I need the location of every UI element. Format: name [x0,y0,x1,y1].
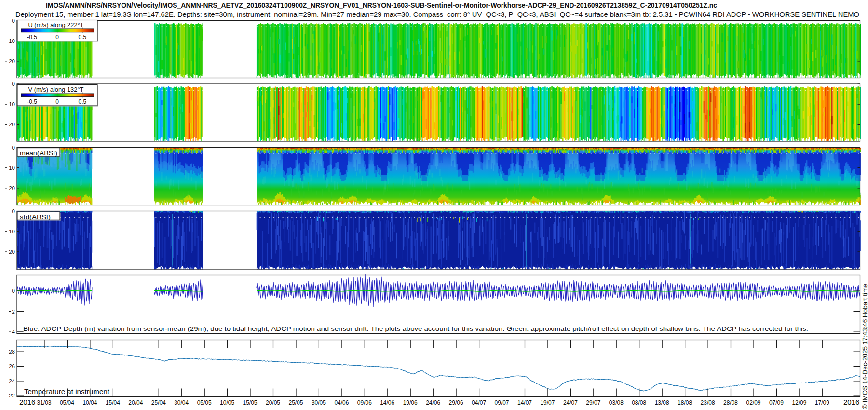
svg-text:20: 20 [9,185,15,191]
svg-text:05/04: 05/04 [60,399,74,406]
svg-text:0: 0 [12,81,15,87]
svg-text:10/05: 10/05 [220,399,234,406]
svg-text:0: 0 [12,288,15,294]
svg-text:20: 20 [9,58,15,64]
svg-text:30/04: 30/04 [174,399,189,406]
svg-text:13/08: 13/08 [655,399,669,406]
svg-text:0.5: 0.5 [78,98,86,105]
svg-text:10: 10 [9,229,15,234]
svg-text:30/05: 30/05 [312,399,326,406]
svg-text:0: 0 [55,34,59,41]
svg-text:26: 26 [9,363,15,369]
svg-text:0: 0 [55,98,59,105]
svg-text:15/04: 15/04 [106,399,120,406]
svg-text:Deployment 15, member 1 lat=19: Deployment 15, member 1 lat=19.3S lon=14… [15,11,859,18]
svg-text:23/08: 23/08 [701,399,715,406]
svg-text:2016: 2016 [19,398,35,406]
svg-text:02/09: 02/09 [746,399,760,406]
svg-text:V (m/s) along 132°T: V (m/s) along 132°T [28,86,84,93]
svg-text:2: 2 [12,309,15,314]
svg-text:-0.5: -0.5 [27,98,37,105]
svg-text:0: 0 [12,145,15,150]
svg-text:24: 24 [9,378,15,384]
svg-text:25/04: 25/04 [151,399,166,406]
svg-text:20: 20 [9,122,15,127]
svg-text:22: 22 [9,393,15,398]
svg-text:Temperature at instrument: Temperature at instrument [24,388,109,396]
svg-text:Blue: ADCP Depth (m) variation: Blue: ADCP Depth (m) variation from sens… [23,325,808,332]
svg-text:04/07: 04/07 [472,399,486,406]
svg-text:24/06: 24/06 [426,399,440,406]
svg-text:-0.5: -0.5 [27,34,37,41]
svg-text:0: 0 [12,18,15,24]
svg-text:29/07: 29/07 [586,399,600,406]
svg-text:2016: 2016 [843,398,859,406]
svg-text:std(ABSI): std(ABSI) [20,213,51,220]
svg-text:14/06: 14/06 [380,399,394,406]
svg-text:20: 20 [9,249,15,255]
svg-text:IMOS/ANMN/NRS/NRSYON/Velocity/: IMOS/ANMN/NRS/NRSYON/Velocity/IMOS_ANMN-… [46,1,717,9]
svg-text:19/07: 19/07 [540,399,555,406]
svg-text:07/09: 07/09 [769,399,784,406]
svg-text:10: 10 [9,101,15,107]
svg-text:31/03: 31/03 [37,399,51,406]
svg-text:10/04: 10/04 [82,399,97,406]
svg-text:20/05: 20/05 [266,399,280,406]
svg-text:09/06: 09/06 [357,399,372,406]
svg-text:10: 10 [9,38,15,44]
svg-text:18/08: 18/08 [678,399,692,406]
svg-text:24/07: 24/07 [563,399,578,406]
svg-text:08/08: 08/08 [632,399,646,406]
svg-text:0: 0 [12,208,15,214]
svg-text:04/06: 04/06 [334,399,349,406]
svg-text:28: 28 [9,349,15,355]
svg-text:4: 4 [12,329,15,335]
svg-text:05/05: 05/05 [197,399,212,406]
svg-text:12/09: 12/09 [792,399,806,406]
svg-text:15/05: 15/05 [243,399,257,406]
svg-text:14/07: 14/07 [517,399,532,406]
svg-text:19/06: 19/06 [403,399,418,406]
svg-text:0.5: 0.5 [78,34,86,41]
svg-text:17/09: 17/09 [815,399,829,406]
svg-text:29/06: 29/06 [449,399,463,406]
svg-text:U (m/s) along 222°T: U (m/s) along 222°T [28,22,84,28]
svg-text:20/04: 20/04 [128,399,143,406]
svg-text:09/07: 09/07 [494,399,509,406]
svg-text:© IMOS 14-Dec-2025 17:43:46 Ho: © IMOS 14-Dec-2025 17:43:46 Hobart time [861,284,868,409]
svg-text:mean(ABSI): mean(ABSI) [20,150,57,157]
svg-text:28/08: 28/08 [723,399,738,406]
svg-text:25/05: 25/05 [288,399,303,406]
svg-text:03/08: 03/08 [609,399,624,406]
svg-text:10: 10 [9,165,15,171]
